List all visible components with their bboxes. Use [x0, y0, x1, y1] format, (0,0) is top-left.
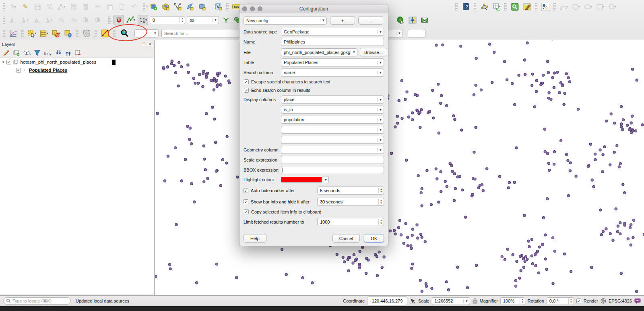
rotation-spinbox[interactable]: 0,0 ° ▲▼ [547, 297, 574, 305]
layer-group-label[interactable]: hotosm_phl_north_populated_places [21, 60, 97, 64]
display-column-combo-5[interactable]: ▼ [281, 136, 384, 144]
browse-button[interactable]: Browse... [360, 48, 387, 56]
crs-value[interactable]: EPSG:4326 [609, 299, 632, 303]
log-messages-icon[interactable] [634, 298, 641, 304]
scale-expression-input[interactable] [281, 156, 384, 164]
bbox-expression-input[interactable] [281, 166, 384, 174]
layer-tree-row-child[interactable]: ✓ Populated Places [0, 66, 154, 74]
panel-close-icon[interactable]: ✕ [148, 42, 152, 46]
toolbar-grip[interactable] [108, 17, 111, 24]
toolbar-grip[interactable] [21, 30, 24, 37]
highlight-colour-dropdown[interactable]: ▼ [323, 176, 329, 183]
toolbar-grip[interactable] [113, 30, 116, 37]
manage-map-themes-icon[interactable]: ▾ [23, 50, 31, 56]
new-layer-stack-icon[interactable] [148, 2, 159, 12]
metasearch-shield-icon[interactable] [81, 28, 92, 39]
limit-results-spinbox[interactable]: 1000 ▲▼ [317, 218, 384, 226]
magnifier-stepper[interactable]: ▲▼ [520, 298, 525, 303]
magnifier-spinbox[interactable]: 100% ▲▼ [500, 297, 525, 305]
search-config-combo[interactable]: ▼ [134, 29, 159, 37]
new-virtual-layer-icon[interactable] [213, 2, 223, 12]
snap-tolerance-spinbox[interactable]: 0 ▲▼ [150, 16, 185, 24]
undo-icon[interactable]: ↶ [129, 2, 139, 12]
render-checkbox[interactable]: ✓ [576, 299, 581, 303]
full-stretch-extent-icon[interactable] [44, 15, 55, 25]
place-search-icon[interactable] [118, 28, 130, 39]
toolbar-grip[interactable] [143, 3, 145, 10]
escape-special-checkbox[interactable]: ✓ [244, 79, 249, 84]
config-select-combo[interactable]: New config ▼ [244, 17, 327, 25]
toolbar-grip[interactable] [3, 30, 5, 37]
georeferencer-icon[interactable] [479, 2, 489, 12]
remove-config-button[interactable]: - [358, 16, 383, 25]
help-icon[interactable]: ? [460, 2, 471, 12]
topological-editing-icon[interactable] [221, 15, 231, 25]
draw-rectangle-icon[interactable]: ▾ [595, 2, 605, 12]
osm-place-search-panel-icon[interactable] [510, 2, 520, 12]
stretch-to-extent-icon[interactable] [32, 15, 43, 25]
toolbar-grip[interactable] [3, 17, 5, 24]
show-bar-checkbox[interactable]: ✓ [244, 199, 248, 204]
dialog-titlebar[interactable]: Configuration [239, 4, 388, 13]
search-column-combo[interactable]: name ▼ [281, 68, 384, 77]
display-column-combo-2[interactable]: is_in ▼ [281, 106, 384, 114]
data-source-type-combo[interactable]: GeoPackage ▼ [281, 28, 384, 36]
select-by-location-icon[interactable] [63, 28, 73, 39]
panel-float-icon[interactable]: ❐ [142, 42, 146, 46]
draw-regular-polygon-icon[interactable]: ▾ [607, 2, 617, 12]
new-spatialite-layer-icon[interactable] [184, 2, 195, 12]
lock-scale-icon[interactable] [473, 298, 477, 304]
table-combo[interactable]: Populated Places ▼ [281, 58, 384, 66]
increase-contrast-icon[interactable] [80, 15, 91, 25]
copy-clipboard-checkbox[interactable]: ✓ [244, 209, 249, 214]
deselect-features-icon[interactable]: ▾ [51, 28, 61, 39]
toolbar-grip[interactable] [474, 3, 476, 10]
current-edits-icon[interactable]: ✎▾ [8, 2, 19, 12]
filter-by-expression-icon[interactable]: ε▾ [44, 50, 52, 56]
toolbar-grip[interactable] [504, 3, 507, 10]
auto-hide-spinbox[interactable]: 5 seconds ▲▼ [317, 187, 384, 195]
select-features-by-value-icon[interactable]: ▾ [39, 28, 49, 39]
layer-styling-icon[interactable] [3, 50, 10, 56]
layer-visibility-checkbox[interactable]: ✓ [6, 60, 11, 64]
refresh-layers-icon[interactable] [491, 2, 502, 12]
toolbar-grip[interactable] [95, 30, 97, 37]
globe-crs-icon[interactable] [601, 298, 606, 304]
routing-icon[interactable] [100, 28, 110, 39]
toolbar-grip[interactable] [553, 3, 556, 10]
limit-results-stepper[interactable]: ▲▼ [378, 219, 384, 224]
toolbar-grip[interactable] [535, 3, 537, 10]
name-input[interactable] [281, 38, 384, 46]
geometry-column-combo[interactable]: ▼ [281, 146, 384, 154]
snap-tolerance-value[interactable]: 0 [150, 18, 180, 23]
rotation-stepper[interactable]: ▲▼ [568, 298, 574, 303]
display-column-combo-1[interactable]: place ▼ [281, 95, 384, 104]
snapping-mode-icon[interactable]: ▾ [138, 15, 148, 25]
local-histogram-stretch-icon[interactable] [8, 15, 19, 25]
tracing-icon[interactable]: ▾ [126, 15, 136, 25]
coordinate-input[interactable] [367, 296, 407, 305]
auto-hide-checkbox[interactable]: ✓ [244, 188, 248, 193]
scale-combo[interactable]: 1:266552 ▼ [432, 297, 470, 305]
full-histogram-stretch-icon[interactable] [20, 15, 31, 25]
display-column-combo-4[interactable]: ▼ [281, 126, 384, 134]
snapping-magnet-icon[interactable] [114, 15, 124, 25]
sublayer-label[interactable]: Populated Places [29, 68, 67, 73]
save-edits-icon[interactable] [32, 2, 43, 12]
profile-bowtie-icon[interactable] [419, 15, 430, 25]
show-bar-stepper[interactable]: ▲▼ [378, 199, 384, 204]
modify-attributes-icon[interactable] [68, 2, 79, 12]
map-swipe-icon[interactable] [407, 15, 418, 25]
osm-map-edit-icon[interactable] [522, 2, 532, 12]
expand-caret-icon[interactable]: ▾ [2, 60, 4, 64]
collapse-all-icon[interactable] [65, 50, 71, 56]
select-features-icon[interactable]: ▾ [27, 28, 37, 39]
display-column-combo-3[interactable]: population ▼ [281, 116, 384, 124]
cut-icon[interactable]: ✂ [93, 2, 103, 12]
delete-selected-icon[interactable] [80, 2, 91, 12]
toggle-editing-icon[interactable]: ✎ [20, 2, 31, 12]
cancel-button[interactable]: Cancel [332, 234, 360, 243]
remove-layer-icon[interactable] [75, 50, 81, 56]
snap-tolerance-stepper[interactable]: ▲▼ [180, 17, 185, 23]
add-config-button[interactable]: + [330, 16, 355, 25]
